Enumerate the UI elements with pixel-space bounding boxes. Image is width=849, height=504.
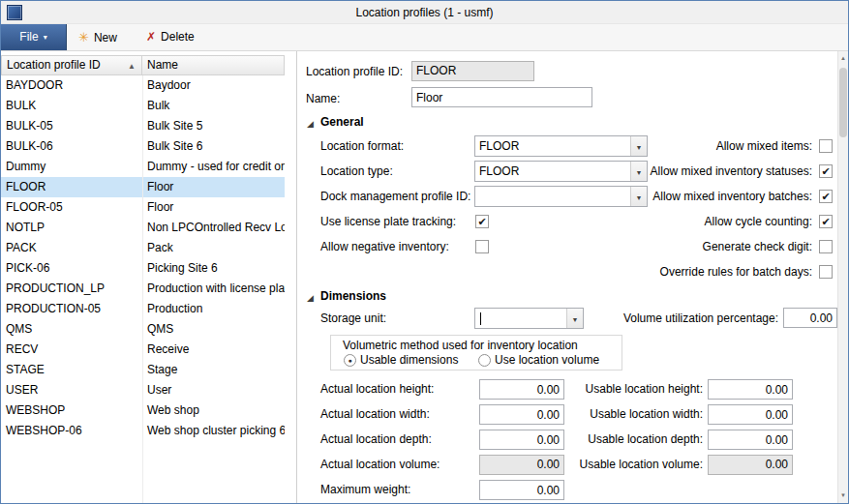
allow-mixed-inventory-statuses-label: Allow mixed inventory statuses: bbox=[538, 161, 812, 182]
new-button-label: New bbox=[94, 31, 117, 44]
cell-name: Bulk Site 6 bbox=[142, 136, 285, 157]
actual-location-width-field[interactable] bbox=[479, 404, 564, 425]
actual-location-volume-label: Actual location volume: bbox=[320, 455, 440, 475]
general-section-collapse-icon[interactable]: ◢ bbox=[307, 119, 314, 129]
cell-name: Production with license plate bbox=[142, 279, 285, 299]
toolbar: File▾ ✳New ✗Delete bbox=[1, 24, 848, 51]
scroll-up-button[interactable]: ▲ bbox=[838, 51, 848, 66]
location-profile-id-label: Location profile ID: bbox=[306, 62, 403, 81]
volumetric-method-title: Volumetric method used for inventory loc… bbox=[343, 339, 578, 352]
actual-location-depth-field[interactable] bbox=[479, 430, 564, 450]
new-icon: ✳ bbox=[78, 30, 89, 44]
usable-location-width-field[interactable] bbox=[708, 404, 793, 425]
storage-unit-label: Storage unit: bbox=[320, 308, 386, 329]
use-location-volume-label: Use location volume bbox=[495, 352, 599, 368]
column-header-name[interactable]: Name bbox=[142, 55, 285, 75]
cell-name: Non LPCOntrolled Recv Loca bbox=[142, 218, 285, 238]
title-bar: Location profiles (1 - usmf) bbox=[1, 1, 848, 24]
usable-location-depth-field[interactable] bbox=[708, 430, 793, 450]
usable-location-height-field[interactable] bbox=[708, 379, 793, 400]
override-rules-for-batch-days-checkbox[interactable] bbox=[819, 265, 833, 279]
delete-button-label: Delete bbox=[161, 30, 195, 44]
cell-location-profile-id: NOTLP bbox=[1, 218, 142, 238]
location-format-label: Location format: bbox=[320, 135, 404, 157]
text-cursor bbox=[480, 312, 481, 325]
use-license-plate-tracking-checkbox[interactable]: ✔ bbox=[475, 215, 489, 228]
cell-location-profile-id: RECV bbox=[1, 340, 142, 360]
cell-name: Baydoor bbox=[142, 75, 285, 96]
dimensions-section-title[interactable]: Dimensions bbox=[320, 289, 386, 303]
column-header-location-profile-id[interactable]: Location profile ID ▲ bbox=[1, 55, 142, 75]
volume-utilization-percentage-field[interactable] bbox=[783, 308, 837, 328]
cell-location-profile-id: WEBSHOP-06 bbox=[1, 421, 142, 441]
allow-mixed-items-checkbox[interactable] bbox=[819, 139, 833, 153]
window-title: Location profiles (1 - usmf) bbox=[98, 1, 751, 24]
allow-mixed-inventory-batches-label: Allow mixed inventory batches: bbox=[538, 186, 812, 207]
maximum-weight-label: Maximum weight: bbox=[320, 480, 410, 500]
cell-location-profile-id: PACK bbox=[1, 238, 142, 258]
generate-check-digit-checkbox[interactable] bbox=[819, 240, 833, 253]
scrollbar-thumb[interactable] bbox=[839, 68, 847, 137]
maximum-weight-field[interactable] bbox=[479, 480, 564, 500]
dock-management-profile-id-label: Dock management profile ID: bbox=[320, 186, 470, 207]
dropdown-arrow-icon: ▾ bbox=[44, 33, 47, 42]
delete-button[interactable]: ✗Delete bbox=[146, 24, 195, 50]
cell-name: Web shop cluster picking 61 bbox=[142, 421, 285, 441]
allow-negative-inventory-label: Allow negative inventory: bbox=[320, 236, 449, 257]
allow-cycle-counting-label: Allow cycle counting: bbox=[538, 211, 812, 232]
actual-location-depth-label: Actual location depth: bbox=[320, 430, 432, 450]
scroll-down-button[interactable]: ▼ bbox=[838, 489, 848, 503]
usable-location-volume-field: 0.00 bbox=[708, 455, 793, 475]
cell-location-profile-id: FLOOR bbox=[1, 177, 142, 197]
usable-location-width-label: Usable location width: bbox=[567, 404, 703, 425]
cell-location-profile-id: FLOOR-05 bbox=[1, 197, 142, 218]
new-button[interactable]: ✳New bbox=[78, 24, 117, 50]
cell-name: Pack bbox=[142, 238, 285, 258]
usable-location-height-label: Usable location height: bbox=[567, 379, 703, 400]
column-header-label: Name bbox=[147, 58, 178, 72]
delete-icon: ✗ bbox=[146, 30, 156, 44]
actual-location-height-label: Actual location height: bbox=[320, 379, 434, 400]
allow-negative-inventory-checkbox[interactable] bbox=[475, 240, 489, 253]
allow-cycle-counting-checkbox[interactable]: ✔ bbox=[819, 215, 833, 228]
grid-pane: Location profile ID ▲ Name BAYDOORBaydoo… bbox=[1, 51, 297, 503]
vertical-scrollbar[interactable]: ▲ ▼ bbox=[837, 51, 848, 503]
location-type-label: Location type: bbox=[320, 161, 393, 182]
dimensions-section-collapse-icon[interactable]: ◢ bbox=[307, 293, 314, 303]
use-location-volume-radio[interactable] bbox=[478, 354, 491, 367]
cell-location-profile-id: PICK-06 bbox=[1, 258, 142, 279]
actual-location-volume-field: 0.00 bbox=[479, 455, 564, 475]
cell-location-profile-id: BULK-06 bbox=[1, 136, 142, 157]
actual-location-width-label: Actual location width: bbox=[320, 404, 430, 425]
general-section-title[interactable]: General bbox=[320, 115, 364, 129]
scroll-up-icon: ▲ bbox=[840, 55, 846, 61]
scroll-down-icon: ▼ bbox=[840, 492, 846, 498]
cell-location-profile-id: BAYDOOR bbox=[1, 75, 142, 96]
usable-location-volume-label: Usable location volume: bbox=[567, 455, 703, 475]
cell-name: Floor bbox=[142, 177, 285, 197]
cell-location-profile-id: BULK-05 bbox=[1, 116, 142, 136]
cell-name: Bulk Site 5 bbox=[142, 116, 285, 136]
cell-name: Bulk bbox=[142, 96, 285, 116]
cell-name: Stage bbox=[142, 360, 285, 380]
column-header-label: Location profile ID bbox=[7, 58, 101, 72]
cell-location-profile-id: WEBSHOP bbox=[1, 400, 142, 421]
allow-mixed-inventory-statuses-checkbox[interactable]: ✔ bbox=[819, 164, 833, 178]
cell-name: Dummy - used for credit only bbox=[142, 157, 285, 177]
actual-location-height-field[interactable] bbox=[479, 379, 564, 400]
cell-name: QMS bbox=[142, 319, 285, 340]
grid-column-divider bbox=[142, 75, 143, 503]
override-rules-for-batch-days-label: Override rules for batch days: bbox=[538, 261, 812, 282]
location-profile-id-field: FLOOR bbox=[411, 61, 534, 81]
cell-name: Web shop bbox=[142, 400, 285, 421]
cell-location-profile-id: BULK bbox=[1, 96, 142, 116]
cell-location-profile-id: USER bbox=[1, 380, 142, 400]
allow-mixed-inventory-batches-checkbox[interactable]: ✔ bbox=[819, 190, 833, 203]
name-field[interactable] bbox=[411, 87, 592, 107]
name-label: Name: bbox=[306, 89, 340, 108]
usable-dimensions-radio[interactable]: ● bbox=[344, 354, 356, 367]
file-menu-button[interactable]: File▾ bbox=[1, 24, 67, 50]
cell-name: Production bbox=[142, 299, 285, 319]
cell-location-profile-id: STAGE bbox=[1, 360, 142, 380]
volume-utilization-percentage-label: Volume utilization percentage: bbox=[538, 309, 778, 328]
